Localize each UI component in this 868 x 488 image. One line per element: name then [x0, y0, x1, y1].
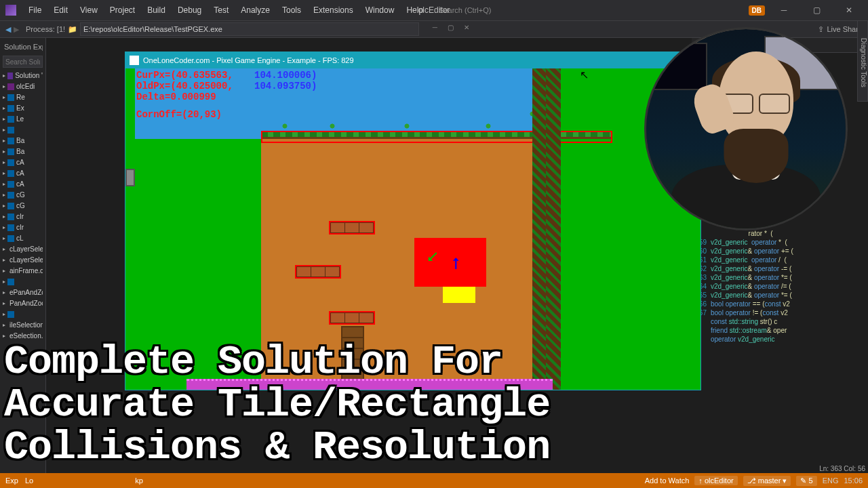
plant-icon: [329, 121, 336, 131]
menu-extensions[interactable]: Extensions: [308, 3, 359, 18]
menu-view[interactable]: View: [75, 3, 103, 18]
code-line[interactable]: 361v2d_generic operator / (: [692, 256, 868, 264]
tree-item[interactable]: ▸cG: [3, 190, 43, 201]
menu-test[interactable]: Test: [208, 3, 234, 18]
editor-cursor-status: Ln: 363 Col: 56: [819, 464, 865, 473]
tree-item[interactable]: ▸ePanAndZoomRe...: [3, 287, 43, 298]
game-titlebar[interactable]: OneLoneCoder.com - Pixel Game Engine - E…: [125, 52, 701, 68]
menu-edit[interactable]: Edit: [48, 3, 73, 18]
clock: 15:06: [844, 476, 863, 485]
tree-item[interactable]: ▸cG: [3, 201, 43, 211]
exe-close-button[interactable]: ✕: [464, 24, 469, 31]
close-button[interactable]: ✕: [835, 5, 863, 15]
tree-item[interactable]: ▸cA: [3, 168, 43, 179]
code-line[interactable]: 367bool operator != (const v2: [692, 308, 868, 317]
code-line[interactable]: 360v2d_generic& operator += (: [692, 247, 868, 256]
tree-item[interactable]: ▸cLayerSelectPanel...: [3, 255, 43, 266]
ide-titlebar: FileEditViewProjectBuildDebugTestAnalyze…: [0, 0, 868, 20]
tree-item[interactable]: ▸Ex: [3, 103, 43, 114]
tree-item[interactable]: ▸Ba: [3, 136, 43, 146]
exe-maximize-button[interactable]: ▢: [448, 24, 454, 31]
code-line[interactable]: 362v2d_generic& operator -= (: [692, 264, 868, 273]
ide-status-bar: Exp Lo kp Add to Watch ↑ olcEditor ⎇ mas…: [0, 473, 868, 488]
solution-search-input[interactable]: [3, 56, 43, 68]
share-icon: ⇪: [818, 25, 824, 34]
code-line[interactable]: 363v2d_generic& operator *= (: [692, 273, 868, 282]
video-title-overlay: Complete Solution For Accurate Tile/Rect…: [4, 341, 550, 469]
plant-icon: [281, 121, 288, 131]
solution-tree[interactable]: ▸Solution '▸olcEdi▸Re▸Ex▸Le▸▸Ba▸Ba▸cA▸cA…: [3, 70, 43, 342]
brick-platform: [329, 311, 375, 325]
keyboard-lang[interactable]: ENG: [823, 476, 839, 485]
solution-explorer-title: Solution Expl...: [3, 41, 43, 53]
code-line[interactable]: 359v2d_generic operator * (: [692, 238, 868, 247]
code-line[interactable]: 365v2d_generic& operator *= (: [692, 291, 868, 300]
tree-item[interactable]: ▸PanAndZoomRenderer.h: [3, 298, 43, 309]
user-badge[interactable]: DB: [749, 5, 765, 16]
tree-item[interactable]: ▸Ba: [3, 146, 43, 157]
minimize-button[interactable]: ─: [770, 5, 797, 15]
add-watch-button[interactable]: Add to Watch: [645, 476, 690, 485]
tree-item[interactable]: ▸Le: [3, 114, 43, 125]
status-lo[interactable]: Lo: [25, 476, 33, 485]
brick-platform: [329, 221, 375, 235]
status-exp[interactable]: Exp: [5, 476, 18, 485]
code-line[interactable]: rator * (: [692, 229, 868, 238]
menu-window[interactable]: Window: [360, 3, 400, 18]
tree-item[interactable]: ▸ileSelection.cpp: [3, 320, 43, 331]
tree-item[interactable]: ▸cA: [3, 157, 43, 168]
tree-item[interactable]: ▸cLayerSelectPane...: [3, 244, 43, 255]
explorer-icon[interactable]: 📁: [68, 25, 77, 34]
tree-item[interactable]: ▸: [3, 277, 43, 287]
exe-minimize-button[interactable]: ─: [433, 24, 437, 31]
debug-cornoff: CornOff=(20,93): [136, 109, 222, 120]
status-project[interactable]: ↑ olcEditor: [694, 476, 737, 485]
debug-oldpx: OldPx=(40.625000,: [136, 81, 233, 92]
stone-ledge: [125, 169, 135, 186]
collider-yellow: [443, 287, 475, 303]
status-changes[interactable]: ✎ 5: [796, 476, 816, 486]
brick-platform: [295, 265, 341, 279]
debug-oldpx-y: 104.093750): [254, 81, 317, 92]
debug-curpx-y: 104.100006): [254, 70, 317, 81]
code-line[interactable]: friend std::ostream& oper: [692, 326, 868, 335]
diagnostic-tools-tab[interactable]: Diagnostic Tools: [857, 20, 868, 102]
menu-project[interactable]: Project: [104, 3, 140, 18]
tree-item[interactable]: ▸: [3, 309, 43, 320]
live-share-button[interactable]: ⇪ Live Share: [818, 25, 863, 34]
main-menu: FileEditViewProjectBuildDebugTestAnalyze…: [23, 3, 429, 18]
window-title: olcEditor: [418, 5, 450, 15]
process-label: Process: [1!: [26, 25, 65, 33]
code-line[interactable]: 366bool operator == (const v2: [692, 300, 868, 308]
tree-item[interactable]: ▸olcEdi: [3, 81, 43, 92]
tree-item[interactable]: ▸Re: [3, 92, 43, 103]
tree-item[interactable]: ▸cL: [3, 233, 43, 244]
plant-icon: [485, 121, 492, 131]
status-kp: kp: [135, 476, 143, 485]
game-title: OneLoneCoder.com - Pixel Game Engine - E…: [143, 56, 354, 64]
menu-tools[interactable]: Tools: [277, 3, 307, 18]
menu-file[interactable]: File: [23, 3, 47, 18]
maximize-button[interactable]: ▢: [803, 5, 830, 15]
code-line[interactable]: const std::string str() c: [692, 317, 868, 326]
tree-item[interactable]: ▸cIr: [3, 222, 43, 233]
code-line[interactable]: operator v2d_generic: [692, 335, 868, 344]
status-branch[interactable]: ⎇ master ▾: [743, 476, 791, 486]
cursor-icon: [580, 68, 588, 79]
code-line[interactable]: 364v2d_generic& operator /= (: [692, 282, 868, 291]
vs-logo-icon: [5, 5, 16, 16]
menu-build[interactable]: Build: [142, 3, 171, 18]
tree-item[interactable]: ▸: [3, 125, 43, 136]
tree-item[interactable]: ▸Solution ': [3, 70, 43, 81]
menu-analyze[interactable]: Analyze: [235, 3, 275, 18]
plant-icon: [403, 121, 410, 131]
exe-window-controls: ─ ▢ ✕: [427, 20, 475, 34]
webcam-overlay: [644, 27, 848, 230]
tree-item[interactable]: ▸ainFrame.cpp: [3, 266, 43, 277]
forward-icon[interactable]: ▶: [14, 25, 19, 34]
menu-debug[interactable]: Debug: [172, 3, 207, 18]
back-icon[interactable]: ◀: [5, 25, 11, 34]
path-input[interactable]: [80, 22, 419, 36]
tree-item[interactable]: ▸cA: [3, 179, 43, 190]
tree-item[interactable]: ▸cIr: [3, 211, 43, 222]
